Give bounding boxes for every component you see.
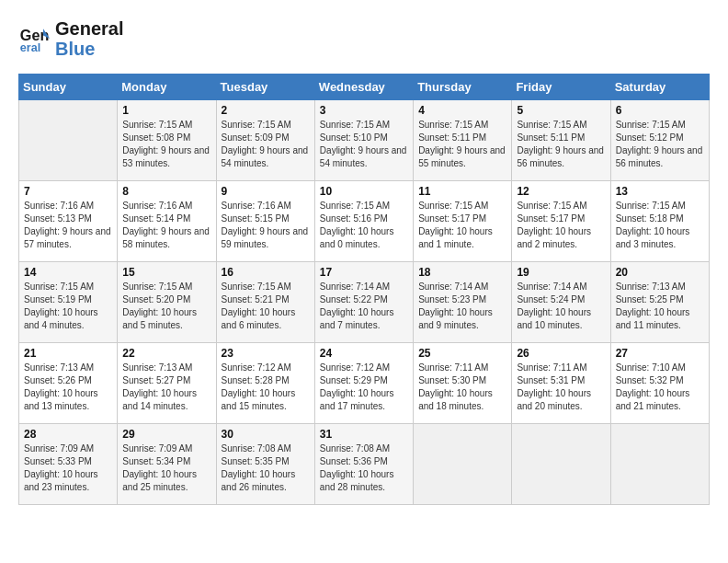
- calendar-cell: 22Sunrise: 7:13 AMSunset: 5:27 PMDayligh…: [118, 343, 216, 424]
- calendar-cell: 11Sunrise: 7:15 AMSunset: 5:17 PMDayligh…: [414, 181, 512, 262]
- cell-info: Sunrise: 7:14 AMSunset: 5:22 PMDaylight:…: [320, 281, 408, 332]
- cell-info: Sunrise: 7:11 AMSunset: 5:30 PMDaylight:…: [418, 362, 506, 413]
- logo: Gen eral General Blue: [18, 18, 123, 59]
- cell-info: Sunrise: 7:13 AMSunset: 5:26 PMDaylight:…: [24, 362, 112, 413]
- day-number: 30: [222, 428, 310, 441]
- calendar-cell: 30Sunrise: 7:08 AMSunset: 5:35 PMDayligh…: [216, 424, 314, 505]
- calendar-cell: 13Sunrise: 7:15 AMSunset: 5:18 PMDayligh…: [610, 181, 709, 262]
- cell-info: Sunrise: 7:14 AMSunset: 5:23 PMDaylight:…: [418, 281, 506, 332]
- day-number: 8: [122, 185, 210, 198]
- day-number: 29: [122, 428, 210, 441]
- weekday-header: Sunday: [19, 75, 118, 100]
- day-number: 16: [222, 266, 310, 279]
- day-number: 28: [24, 428, 112, 441]
- calendar-cell: 27Sunrise: 7:10 AMSunset: 5:32 PMDayligh…: [610, 343, 709, 424]
- weekday-header: Wednesday: [314, 75, 413, 100]
- calendar-cell: 5Sunrise: 7:15 AMSunset: 5:11 PMDaylight…: [512, 100, 610, 181]
- day-number: 9: [222, 185, 310, 198]
- calendar-cell: 23Sunrise: 7:12 AMSunset: 5:28 PMDayligh…: [216, 343, 314, 424]
- cell-info: Sunrise: 7:09 AMSunset: 5:34 PMDaylight:…: [122, 442, 210, 494]
- day-number: 10: [320, 185, 408, 198]
- day-number: 3: [320, 104, 408, 117]
- calendar-table: SundayMondayTuesdayWednesdayThursdayFrid…: [18, 74, 710, 505]
- calendar-body: 1Sunrise: 7:15 AMSunset: 5:08 PMDaylight…: [19, 100, 710, 505]
- cell-info: Sunrise: 7:15 AMSunset: 5:08 PMDaylight:…: [122, 119, 210, 170]
- day-number: 21: [24, 347, 112, 360]
- day-number: 2: [222, 104, 310, 117]
- cell-info: Sunrise: 7:15 AMSunset: 5:17 PMDaylight:…: [517, 200, 605, 251]
- cell-info: Sunrise: 7:12 AMSunset: 5:28 PMDaylight:…: [222, 362, 310, 413]
- calendar-cell: 8Sunrise: 7:16 AMSunset: 5:14 PMDaylight…: [118, 181, 216, 262]
- day-number: 4: [418, 104, 506, 117]
- cell-info: Sunrise: 7:15 AMSunset: 5:19 PMDaylight:…: [24, 281, 112, 332]
- weekday-header: Tuesday: [216, 75, 314, 100]
- calendar-cell: 9Sunrise: 7:16 AMSunset: 5:15 PMDaylight…: [216, 181, 314, 262]
- logo-text-line1: General: [55, 18, 123, 39]
- logo-text-line2: Blue: [55, 39, 123, 59]
- cell-info: Sunrise: 7:15 AMSunset: 5:17 PMDaylight:…: [418, 200, 506, 251]
- cell-info: Sunrise: 7:13 AMSunset: 5:25 PMDaylight:…: [616, 281, 704, 332]
- calendar-cell: 29Sunrise: 7:09 AMSunset: 5:34 PMDayligh…: [118, 424, 216, 505]
- day-number: 26: [517, 347, 605, 360]
- calendar-cell: [512, 424, 610, 505]
- cell-info: Sunrise: 7:15 AMSunset: 5:10 PMDaylight:…: [320, 119, 408, 170]
- calendar-week-row: 1Sunrise: 7:15 AMSunset: 5:08 PMDaylight…: [19, 100, 710, 181]
- calendar-week-row: 28Sunrise: 7:09 AMSunset: 5:33 PMDayligh…: [19, 424, 710, 505]
- cell-info: Sunrise: 7:08 AMSunset: 5:36 PMDaylight:…: [320, 442, 408, 494]
- calendar-cell: [19, 100, 118, 181]
- cell-info: Sunrise: 7:12 AMSunset: 5:29 PMDaylight:…: [320, 362, 408, 413]
- calendar-cell: 3Sunrise: 7:15 AMSunset: 5:10 PMDaylight…: [314, 100, 413, 181]
- day-number: 17: [320, 266, 408, 279]
- day-number: 18: [418, 266, 506, 279]
- day-number: 25: [418, 347, 506, 360]
- header-row: SundayMondayTuesdayWednesdayThursdayFrid…: [19, 75, 710, 100]
- cell-info: Sunrise: 7:10 AMSunset: 5:32 PMDaylight:…: [616, 362, 704, 413]
- cell-info: Sunrise: 7:08 AMSunset: 5:35 PMDaylight:…: [222, 442, 310, 494]
- cell-info: Sunrise: 7:13 AMSunset: 5:27 PMDaylight:…: [122, 362, 210, 413]
- calendar-cell: [414, 424, 512, 505]
- cell-info: Sunrise: 7:15 AMSunset: 5:12 PMDaylight:…: [616, 119, 704, 170]
- day-number: 1: [122, 104, 210, 117]
- calendar-cell: 28Sunrise: 7:09 AMSunset: 5:33 PMDayligh…: [19, 424, 118, 505]
- calendar-cell: 1Sunrise: 7:15 AMSunset: 5:08 PMDaylight…: [118, 100, 216, 181]
- day-number: 14: [24, 266, 112, 279]
- cell-info: Sunrise: 7:11 AMSunset: 5:31 PMDaylight:…: [517, 362, 605, 413]
- day-number: 31: [320, 428, 408, 441]
- calendar-cell: 12Sunrise: 7:15 AMSunset: 5:17 PMDayligh…: [512, 181, 610, 262]
- cell-info: Sunrise: 7:15 AMSunset: 5:11 PMDaylight:…: [517, 119, 605, 170]
- day-number: 15: [122, 266, 210, 279]
- cell-info: Sunrise: 7:14 AMSunset: 5:24 PMDaylight:…: [517, 281, 605, 332]
- cell-info: Sunrise: 7:09 AMSunset: 5:33 PMDaylight:…: [24, 442, 112, 494]
- calendar-cell: 24Sunrise: 7:12 AMSunset: 5:29 PMDayligh…: [314, 343, 413, 424]
- calendar-header: SundayMondayTuesdayWednesdayThursdayFrid…: [19, 75, 710, 100]
- calendar-cell: 31Sunrise: 7:08 AMSunset: 5:36 PMDayligh…: [314, 424, 413, 505]
- day-number: 22: [122, 347, 210, 360]
- day-number: 20: [616, 266, 704, 279]
- day-number: 12: [517, 185, 605, 198]
- cell-info: Sunrise: 7:15 AMSunset: 5:20 PMDaylight:…: [122, 281, 210, 332]
- calendar-week-row: 14Sunrise: 7:15 AMSunset: 5:19 PMDayligh…: [19, 262, 710, 343]
- day-number: 13: [616, 185, 704, 198]
- calendar-cell: 21Sunrise: 7:13 AMSunset: 5:26 PMDayligh…: [19, 343, 118, 424]
- day-number: 23: [222, 347, 310, 360]
- cell-info: Sunrise: 7:16 AMSunset: 5:15 PMDaylight:…: [222, 200, 310, 251]
- day-number: 7: [24, 185, 112, 198]
- calendar-week-row: 7Sunrise: 7:16 AMSunset: 5:13 PMDaylight…: [19, 181, 710, 262]
- cell-info: Sunrise: 7:16 AMSunset: 5:14 PMDaylight:…: [122, 200, 210, 251]
- calendar-cell: 17Sunrise: 7:14 AMSunset: 5:22 PMDayligh…: [314, 262, 413, 343]
- cell-info: Sunrise: 7:15 AMSunset: 5:18 PMDaylight:…: [616, 200, 704, 251]
- calendar-cell: 26Sunrise: 7:11 AMSunset: 5:31 PMDayligh…: [512, 343, 610, 424]
- calendar-cell: 16Sunrise: 7:15 AMSunset: 5:21 PMDayligh…: [216, 262, 314, 343]
- calendar-cell: 2Sunrise: 7:15 AMSunset: 5:09 PMDaylight…: [216, 100, 314, 181]
- calendar-week-row: 21Sunrise: 7:13 AMSunset: 5:26 PMDayligh…: [19, 343, 710, 424]
- cell-info: Sunrise: 7:15 AMSunset: 5:11 PMDaylight:…: [418, 119, 506, 170]
- day-number: 5: [517, 104, 605, 117]
- weekday-header: Monday: [118, 75, 216, 100]
- calendar-cell: 18Sunrise: 7:14 AMSunset: 5:23 PMDayligh…: [414, 262, 512, 343]
- calendar-cell: 6Sunrise: 7:15 AMSunset: 5:12 PMDaylight…: [610, 100, 709, 181]
- calendar-cell: 14Sunrise: 7:15 AMSunset: 5:19 PMDayligh…: [19, 262, 118, 343]
- calendar-cell: 4Sunrise: 7:15 AMSunset: 5:11 PMDaylight…: [414, 100, 512, 181]
- calendar-cell: 20Sunrise: 7:13 AMSunset: 5:25 PMDayligh…: [610, 262, 709, 343]
- calendar-cell: 19Sunrise: 7:14 AMSunset: 5:24 PMDayligh…: [512, 262, 610, 343]
- calendar-cell: 15Sunrise: 7:15 AMSunset: 5:20 PMDayligh…: [118, 262, 216, 343]
